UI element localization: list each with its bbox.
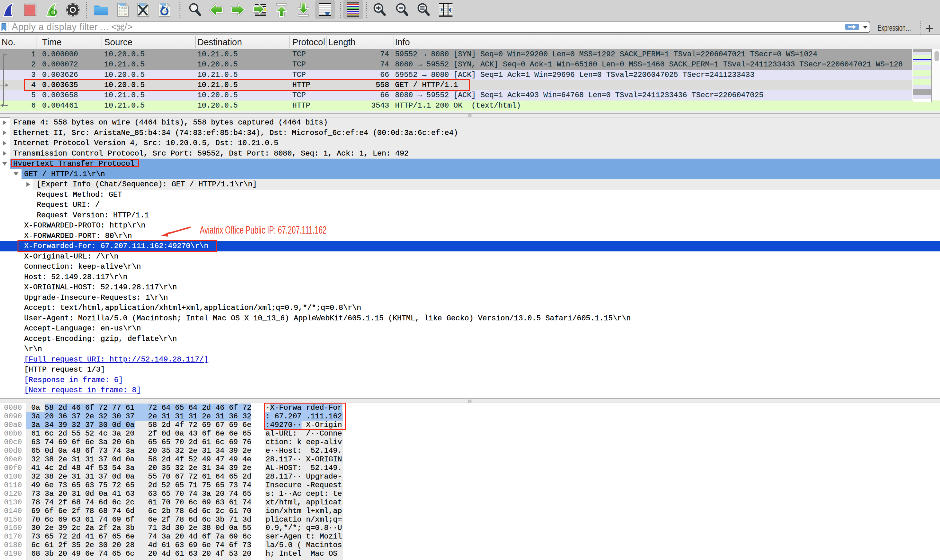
svg-text:01101: 01101 (118, 10, 127, 13)
svg-text:01010: 01010 (118, 7, 127, 10)
svg-text:01110: 01110 (118, 13, 127, 16)
